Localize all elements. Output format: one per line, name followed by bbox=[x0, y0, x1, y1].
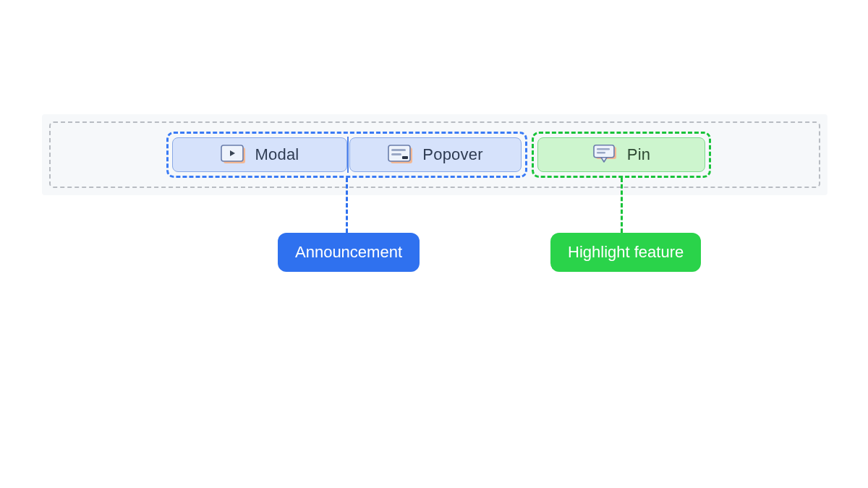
svg-rect-9 bbox=[594, 145, 614, 158]
group-announcement: Modal Popover bbox=[166, 132, 527, 178]
svg-rect-6 bbox=[391, 153, 401, 155]
card-modal[interactable]: Modal bbox=[172, 137, 347, 172]
callout-announcement-label: Announcement bbox=[295, 243, 402, 262]
svg-marker-12 bbox=[601, 158, 607, 162]
svg-rect-11 bbox=[597, 152, 605, 154]
svg-rect-5 bbox=[391, 149, 406, 151]
card-modal-label: Modal bbox=[255, 145, 299, 164]
card-pin[interactable]: Pin bbox=[537, 137, 705, 172]
connector-highlight bbox=[621, 178, 623, 233]
card-popover-label: Popover bbox=[422, 145, 482, 164]
pin-icon bbox=[592, 145, 618, 165]
card-popover[interactable]: Popover bbox=[349, 137, 522, 172]
modal-icon bbox=[221, 145, 247, 165]
svg-rect-7 bbox=[402, 156, 408, 159]
callout-highlight-label: Highlight feature bbox=[568, 243, 684, 262]
group-announcement-divider bbox=[347, 137, 349, 173]
svg-rect-10 bbox=[597, 148, 610, 150]
card-pin-label: Pin bbox=[627, 145, 650, 164]
callout-announcement: Announcement bbox=[278, 233, 420, 272]
group-highlight: Pin bbox=[532, 132, 711, 178]
callout-highlight: Highlight feature bbox=[550, 233, 701, 272]
popover-icon bbox=[388, 145, 414, 165]
connector-announcement bbox=[346, 178, 348, 233]
